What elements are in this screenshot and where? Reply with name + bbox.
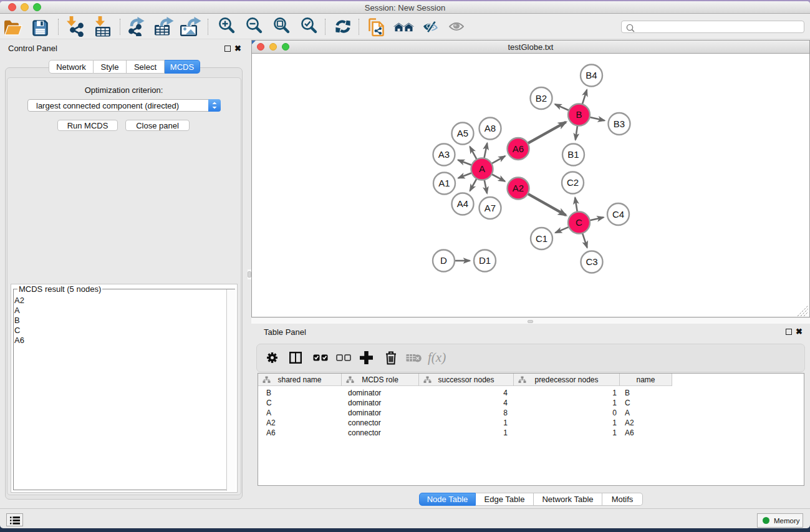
svg-text:A3: A3 bbox=[438, 149, 450, 160]
svg-text:D1: D1 bbox=[479, 255, 491, 266]
svg-text:A2: A2 bbox=[513, 183, 524, 193]
svg-text:C4: C4 bbox=[612, 209, 624, 220]
svg-text:B: B bbox=[576, 109, 582, 120]
svg-text:A8: A8 bbox=[485, 123, 496, 133]
svg-text:C: C bbox=[576, 217, 582, 228]
svg-text:A6: A6 bbox=[513, 143, 524, 154]
svg-text:A7: A7 bbox=[485, 203, 496, 213]
svg-text:B4: B4 bbox=[586, 70, 597, 80]
svg-text:A1: A1 bbox=[438, 178, 450, 188]
svg-text:C3: C3 bbox=[586, 256, 597, 267]
svg-text:C1: C1 bbox=[536, 233, 547, 244]
svg-text:A: A bbox=[479, 163, 485, 174]
svg-text:D: D bbox=[440, 255, 447, 266]
svg-text:B3: B3 bbox=[614, 118, 625, 129]
svg-text:B1: B1 bbox=[567, 149, 579, 160]
svg-text:C2: C2 bbox=[567, 177, 579, 188]
svg-text:A5: A5 bbox=[457, 128, 468, 138]
svg-text:B2: B2 bbox=[536, 93, 547, 104]
svg-text:A4: A4 bbox=[457, 198, 468, 209]
